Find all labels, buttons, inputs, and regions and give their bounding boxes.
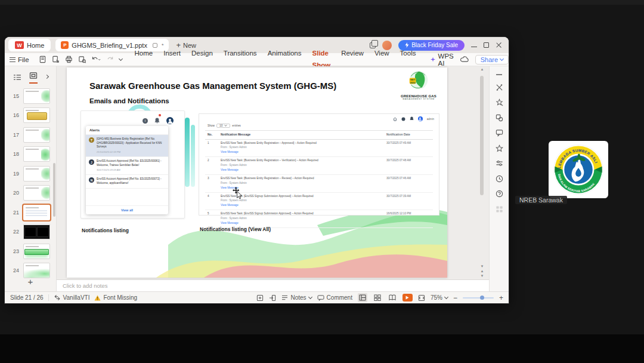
zoom-level[interactable]: 75% bbox=[431, 294, 448, 301]
animation-pane-icon[interactable] bbox=[496, 99, 503, 106]
shapes-pane-icon[interactable] bbox=[496, 114, 503, 122]
notes-placeholder: Click to add notes bbox=[63, 282, 108, 289]
theme-button[interactable]: VanillaVTI bbox=[54, 294, 90, 301]
slide-thumbnail-15[interactable]: 15 bbox=[5, 88, 56, 104]
table-row: 1 EnvISS New Task: [Business Entity Regi… bbox=[205, 140, 433, 158]
file-menu-label: File bbox=[18, 56, 29, 63]
zoom-in-button[interactable]: + bbox=[499, 295, 503, 301]
thumbnail-preview bbox=[23, 205, 50, 220]
mouse-cursor bbox=[233, 187, 243, 199]
save-icon[interactable] bbox=[39, 56, 47, 63]
share-button[interactable]: Share bbox=[475, 55, 509, 64]
scroll-down-arrow[interactable]: ▼ bbox=[479, 264, 485, 269]
slide-sorter-view-button[interactable] bbox=[373, 293, 382, 302]
redo-icon[interactable] bbox=[106, 56, 114, 63]
alerts-panel: Alerts T [GHG-MS] Business Entity Regist… bbox=[86, 126, 168, 214]
print-icon[interactable] bbox=[65, 56, 73, 63]
previous-slide-button[interactable]: ▲ bbox=[479, 269, 485, 273]
alert-text: [GHG-MS] Business Entity Registration [R… bbox=[97, 137, 162, 148]
thumbnail-preview bbox=[23, 224, 50, 239]
slide-view-icon[interactable] bbox=[29, 72, 38, 79]
svg-text:2050: 2050 bbox=[410, 81, 416, 84]
quick-tools-icon[interactable] bbox=[496, 84, 503, 91]
alert-text: EnviSS Account Approved [Ref No. ES/2025… bbox=[97, 177, 162, 184]
alert-date: 21/10/2025 02:19 PM bbox=[97, 150, 165, 154]
show-label: Show bbox=[208, 124, 215, 127]
normal-view-button[interactable] bbox=[358, 293, 367, 302]
side-toolbar bbox=[489, 66, 509, 291]
help-icon[interactable] bbox=[496, 190, 503, 198]
thumbnail-preview bbox=[23, 244, 50, 259]
export-pdf-icon[interactable] bbox=[52, 56, 60, 63]
user-avatar-icon bbox=[166, 117, 174, 124]
share-label: Share bbox=[481, 56, 498, 63]
add-slide-button[interactable]: + bbox=[5, 276, 56, 287]
slide-thumbnail-21-selected[interactable]: 21 bbox=[5, 205, 56, 220]
history-icon[interactable] bbox=[496, 175, 503, 183]
slide-thumbnail-16[interactable]: 16 bbox=[5, 107, 56, 123]
slide-thumbnail-20[interactable]: 20 bbox=[5, 185, 56, 201]
caption-notifications-listing[interactable]: Notifications listing bbox=[82, 227, 129, 233]
notes-area[interactable]: Click to add notes bbox=[57, 279, 489, 291]
outline-view-icon[interactable] bbox=[13, 74, 21, 81]
slide-thumbnail-19[interactable]: 19 bbox=[5, 166, 56, 182]
settings-sliders-icon[interactable] bbox=[496, 159, 503, 167]
wps-ai-button[interactable]: WPS AI bbox=[426, 53, 460, 67]
notes-toggle[interactable]: Notes bbox=[281, 294, 311, 301]
jump-to-icon[interactable] bbox=[269, 294, 276, 302]
scrollbar-thumb[interactable] bbox=[480, 76, 484, 195]
task-window-icon[interactable] bbox=[256, 294, 264, 302]
slide-thumbnail-23[interactable]: 23 bbox=[5, 244, 56, 259]
toolbar-expand-chevron[interactable] bbox=[118, 57, 122, 61]
slide-thumbnail-17[interactable]: 17 bbox=[5, 127, 56, 143]
slide-indicator[interactable]: Slide 21 / 26 bbox=[10, 294, 44, 301]
warning-icon bbox=[94, 295, 101, 301]
fit-slide-icon[interactable] bbox=[418, 294, 425, 302]
ai-star-icon bbox=[431, 56, 435, 63]
maximize-button[interactable] bbox=[484, 42, 489, 48]
slide-title[interactable]: Sarawak Greenhouse Gas Management System… bbox=[89, 81, 336, 91]
alert-item: T [GHG-MS] Business Entity Registration … bbox=[86, 135, 168, 157]
print-preview-icon[interactable] bbox=[78, 56, 86, 63]
undo-icon[interactable] bbox=[91, 56, 101, 63]
editing-canvas: Sarawak Greenhouse Gas Management System… bbox=[57, 66, 489, 279]
minimize-button[interactable] bbox=[471, 47, 477, 47]
canvas-scrollbar[interactable]: ▲ ▼ ▲ ▼ bbox=[479, 67, 485, 278]
view-message-link: View Message bbox=[221, 186, 386, 190]
slide-thumbnail-18[interactable]: 18 bbox=[5, 146, 56, 162]
alert-item: J EnviSS Account Approved [Ref No. ES/20… bbox=[86, 157, 168, 175]
home-tab[interactable]: W Home bbox=[8, 39, 51, 51]
thumbnail-preview bbox=[23, 185, 50, 201]
info-icon: i bbox=[143, 118, 148, 124]
favorites-icon[interactable] bbox=[496, 144, 503, 152]
next-slide-button[interactable]: ▼ bbox=[479, 273, 485, 278]
slide-subtitle[interactable]: Emails and Notifications bbox=[89, 97, 169, 104]
zoom-slider-knob[interactable] bbox=[480, 296, 484, 300]
notifications-table: No. Notification Message Notification Da… bbox=[205, 130, 433, 228]
scroll-up-arrow[interactable]: ▲ bbox=[479, 67, 485, 71]
alert-date: 30/07/2025 09:09 AM bbox=[97, 168, 165, 172]
screen-top-strip bbox=[0, 0, 644, 5]
slide-thumbnail-22[interactable]: 22 bbox=[5, 224, 56, 239]
file-menu[interactable]: File bbox=[5, 56, 34, 63]
notifications-table-screenshot[interactable]: admin Show 10 entries No. Notification M… bbox=[199, 113, 439, 216]
alerts-screenshot[interactable]: i Alerts T [GHG-MS] Business Entity Regi… bbox=[80, 110, 185, 219]
zoom-slider[interactable] bbox=[463, 297, 494, 299]
zoom-out-button[interactable]: − bbox=[453, 295, 457, 301]
slideshow-play-button[interactable] bbox=[402, 294, 413, 302]
expand-panel-chevron[interactable] bbox=[44, 74, 48, 78]
comments-pane-icon[interactable] bbox=[496, 129, 503, 137]
reading-view-button[interactable] bbox=[388, 293, 397, 302]
slide-21[interactable]: Sarawak Greenhouse Gas Management System… bbox=[67, 67, 447, 278]
collapse-icon[interactable] bbox=[496, 73, 503, 76]
thumbnail-scrollbar[interactable] bbox=[53, 88, 55, 267]
comment-button[interactable]: Comment bbox=[317, 294, 352, 301]
cloud-sync-icon[interactable] bbox=[460, 56, 469, 63]
home-tab-label: Home bbox=[27, 42, 44, 49]
font-missing-warning[interactable]: Font Missing bbox=[94, 294, 137, 301]
participant-video-tile[interactable]: LEMBAGA SUMBER ASLI DAN ALAM SEKITAR SAR… bbox=[510, 135, 644, 207]
thumbnail-preview bbox=[23, 88, 50, 104]
close-button[interactable] bbox=[496, 42, 502, 48]
apps-grid-icon[interactable] bbox=[496, 205, 503, 213]
caption-notifications-listing-view-all[interactable]: Notifications listing (View All) bbox=[200, 226, 271, 232]
